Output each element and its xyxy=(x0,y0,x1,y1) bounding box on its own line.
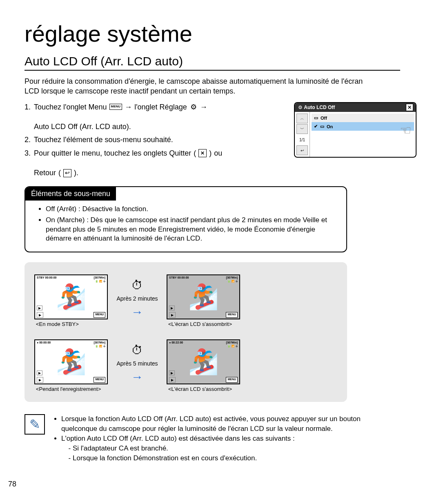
note-2a: Si l'adaptateur CA est branché. xyxy=(73,444,392,453)
note-1: Lorsque la fonction Auto LCD Off (Arr. L… xyxy=(61,414,392,434)
menu-off-label: Off xyxy=(321,116,327,120)
menu-title: Auto LCD Off xyxy=(304,105,335,110)
diagram-panel: STBY 00:00:00 [307Min] 🔋📶⚙ 🏂 ▶ ▶ MENU <E… xyxy=(24,262,347,402)
step-1: 1. Touchez l'onglet Menu MENU → l'onglet… xyxy=(24,102,245,132)
page-title: réglage système xyxy=(24,20,416,47)
play-icon: ▶ xyxy=(37,377,43,383)
lcd-on-icon: ▭ xyxy=(320,124,324,129)
return-button[interactable]: ↩ xyxy=(296,145,308,155)
timer-icon: ⏱ xyxy=(131,343,143,357)
rec-time-after: ● 00:22:00 xyxy=(169,341,183,344)
play-icon: ▶ xyxy=(169,377,176,383)
step-list: 1. Touchez l'onglet Menu MENU → l'onglet… xyxy=(24,102,245,178)
menu-button: MENU xyxy=(94,312,105,318)
snowboarder-icon: 🏂 xyxy=(56,350,87,374)
page-number: 78 xyxy=(8,480,16,488)
step-number: 2. xyxy=(24,135,31,145)
arrow-icon: → xyxy=(131,370,143,384)
thumb-icon: ▶ xyxy=(37,370,42,375)
return-icon: ↩ xyxy=(63,169,71,177)
screen-stby: STBY 00:00:00 [307Min] 🔋📶⚙ 🏂 ▶ ▶ MENU xyxy=(34,274,108,319)
diagram-row-stby: STBY 00:00:00 [307Min] 🔋📶⚙ 🏂 ▶ ▶ MENU <E… xyxy=(34,274,337,327)
timer-icon: ⏱ xyxy=(131,279,143,292)
arrow-icon: → xyxy=(131,305,143,319)
caption-dim: <L'écran LCD s'assombrit> xyxy=(168,386,240,392)
stby-time: STBY 00:00:00 xyxy=(37,276,57,279)
step-3-text-b: ou xyxy=(214,148,222,158)
step-3-text-c: Retour xyxy=(34,168,56,178)
screen-stby-dim: STBY 00:00:00 [307Min] 🔋📶⚙ 🏂 ▶ ▶ MENU xyxy=(167,274,240,319)
caption-stby: <En mode STBY> xyxy=(36,321,108,327)
step-2: 2. Touchez l'élément de sous-menu souhai… xyxy=(24,135,245,145)
remaining: [307Min] xyxy=(94,341,105,344)
menu-item-off[interactable]: ▭ Off xyxy=(312,114,414,122)
down-button[interactable]: ﹀ xyxy=(296,124,308,134)
caption-dim: <L'écran LCD s'assombrit> xyxy=(168,321,240,327)
diagram-row-rec: ● 00:00:00 [307Min] 🔋📶⚙ 🏂 ▶ ▶ MENU <Pend… xyxy=(34,339,337,392)
step-3: 3. Pour quitter le menu, touchez les ong… xyxy=(24,148,245,178)
intro-text: Pour réduire la consommation d'énergie, … xyxy=(24,76,376,96)
close-icon[interactable]: ✕ xyxy=(406,104,413,111)
screen-rec-dim: ● 00:22:00 [307Min] 🔋📶⚙ 🏂 ▶ ▶ MENU xyxy=(167,339,240,384)
thumb-icon: ▶ xyxy=(169,306,175,310)
gear-icon: ⚙ xyxy=(298,105,303,110)
play-icon: ▶ xyxy=(169,312,176,318)
menu-item-on[interactable]: ✔ ▭ On xyxy=(312,122,414,131)
step-1-text-a: Touchez l'onglet Menu xyxy=(34,102,107,112)
thumb-icon: ▶ xyxy=(169,370,175,375)
submenu-off: Off (Arrêt) : Désactive la fonction. xyxy=(46,205,334,214)
note-2: L'option Auto LCD Off (Arr. LCD auto) es… xyxy=(61,434,392,463)
step-3-text-a: Pour quitter le menu, touchez les onglet… xyxy=(34,148,191,158)
menu-screenshot: ⚙ Auto LCD Off ✕ ︿ ﹀ 1/1 ↩ ▭ Off ✔ ▭ On xyxy=(294,102,416,158)
remaining: [307Min] xyxy=(226,276,238,279)
notes: ✎ Lorsque la fonction Auto LCD Off (Arr.… xyxy=(24,414,392,463)
step-2-text: Touchez l'élément de sous-menu souhaité. xyxy=(34,135,245,145)
menu-on-label: On xyxy=(327,124,333,129)
submenu-header: Éléments de sous-menu xyxy=(25,187,116,201)
stby-time: STBY 00:00:00 xyxy=(169,276,189,279)
thumb-icon: ▶ xyxy=(37,306,42,310)
up-button[interactable]: ︿ xyxy=(296,114,308,123)
check-icon: ✔ xyxy=(314,124,318,129)
remaining: [307Min] xyxy=(226,341,238,344)
menu-button: MENU xyxy=(226,312,238,318)
rec-time: ● 00:00:00 xyxy=(37,341,51,344)
lcd-off-icon: ▭ xyxy=(314,115,318,120)
menu-button: MENU xyxy=(226,377,238,383)
snowboarder-icon: 🏂 xyxy=(56,285,87,309)
hand-pointer-icon: ☜ xyxy=(400,123,412,138)
menu-icon: MENU xyxy=(109,104,122,110)
after-5min: Après 5 minutes xyxy=(116,360,158,367)
after-2min: Après 2 minutes xyxy=(116,295,158,302)
step-1-text-b: l'onglet Réglage xyxy=(134,102,187,112)
section-title: Auto LCD Off (Arr. LCD auto) xyxy=(24,54,400,71)
snowboarder-icon: 🏂 xyxy=(188,350,219,374)
step-number: 1. xyxy=(24,102,31,112)
snowboarder-icon: 🏂 xyxy=(188,285,219,309)
gear-icon: ⚙ xyxy=(189,103,198,111)
note-2b: Lorsque la fonction Démonstration est en… xyxy=(73,453,392,463)
play-icon: ▶ xyxy=(37,312,43,318)
step-number: 3. xyxy=(24,148,31,158)
remaining: [307Min] xyxy=(94,276,105,279)
menu-sidebar: ︿ ﹀ 1/1 ↩ xyxy=(295,112,310,157)
submenu-box: Éléments de sous-menu Off (Arrêt) : Désa… xyxy=(24,186,347,253)
note-icon: ✎ xyxy=(24,414,45,435)
menu-button: MENU xyxy=(94,377,105,383)
caption-rec: <Pendant l'enregistrement> xyxy=(36,386,108,392)
step-1-text-c: Auto LCD Off (Arr. LCD auto). xyxy=(34,123,131,131)
page-indicator: 1/1 xyxy=(296,135,308,145)
screen-rec: ● 00:00:00 [307Min] 🔋📶⚙ 🏂 ▶ ▶ MENU xyxy=(34,339,108,384)
menu-header: ⚙ Auto LCD Off ✕ xyxy=(295,103,416,112)
close-icon: ✕ xyxy=(198,149,207,157)
submenu-on: On (Marche) : Dès que le camscope est in… xyxy=(46,216,334,244)
